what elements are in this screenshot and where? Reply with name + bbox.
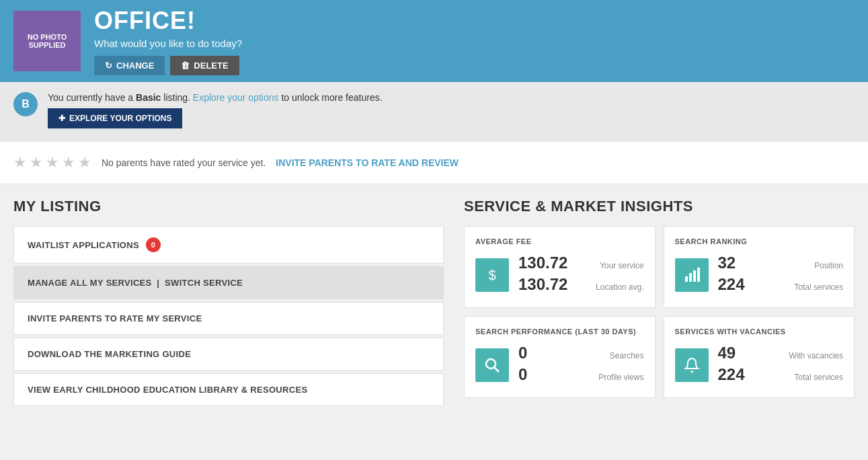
avg-fee-your: 130.72 [518,254,567,272]
search-ranking-values: 32 Position 224 Total services [718,254,844,297]
perf-views-label: Profile views [598,373,643,382]
ranking-total-label: Total services [794,282,843,292]
search-perf-title: SEARCH PERFORMANCE (LAST 30 DAYS) [475,328,644,336]
insights-grid: AVERAGE FEE $ 130.72 Your service 130.72… [464,226,855,398]
card-search-ranking: SEARCH RANKING 32 Position 224 Total ser… [664,226,855,308]
avg-fee-row-1: 130.72 Your service [518,254,644,272]
star-4: ★ [62,154,75,171]
ranking-row-1: 32 Position [718,254,844,272]
menu-item-waitlist[interactable]: WAITLIST APPLICATIONS 0 [13,226,444,264]
vacancies-row-2: 224 Total services [718,365,844,384]
menu-item-library[interactable]: VIEW EARLY CHILDHOOD EDUCATION LIBRARY &… [13,373,444,406]
no-photo-placeholder: NO PHOTOSUPPLIED [13,11,81,71]
search-perf-values: 0 Searches 0 Profile views [518,344,644,387]
vacancies-title: SERVICES WITH VACANCIES [675,328,844,336]
search-ranking-title: SEARCH RANKING [675,237,844,245]
avg-fee-title: AVERAGE FEE [475,237,644,245]
vacancies-with-label: With vacancies [789,351,843,360]
perf-views: 0 [518,365,527,384]
card-average-fee: AVERAGE FEE $ 130.72 Your service 130.72… [464,226,656,308]
my-listing-title: MY LISTING [13,198,444,215]
change-button[interactable]: ↻ CHANGE [94,56,165,75]
avg-fee-body: $ 130.72 Your service 130.72 Location av… [475,254,644,297]
main-content: MY LISTING WAITLIST APPLICATIONS 0 MANAG… [0,184,868,422]
dollar-icon: $ [475,258,509,292]
listing-banner: B You currently have a Basic listing. Ex… [0,82,868,142]
vacancies-total: 224 [718,365,745,384]
svg-rect-1 [689,273,692,282]
ranking-position-label: Position [814,261,843,270]
card-vacancies: SERVICES WITH VACANCIES 49 With vacancie… [664,316,855,398]
no-ratings-text: No parents have rated your service yet. [102,157,266,168]
waitlist-badge: 0 [146,237,161,252]
star-5: ★ [78,154,91,171]
perf-row-2: 0 Profile views [518,365,644,384]
marketing-label: DOWNLOAD THE MARKETING GUIDE [28,349,191,359]
star-rating: ★ ★ ★ ★ ★ [13,154,91,171]
invite-parents-link[interactable]: INVITE PARENTS TO RATE AND REVIEW [276,157,459,168]
vacancies-values: 49 With vacancies 224 Total services [718,344,844,387]
star-3: ★ [46,154,59,171]
svg-line-5 [494,367,499,372]
ratings-row: ★ ★ ★ ★ ★ No parents have rated your ser… [0,142,868,184]
menu-item-manage[interactable]: MANAGE ALL MY SERVICES | SWITCH SERVICE [13,266,444,299]
search-perf-body: 0 Searches 0 Profile views [475,344,644,387]
trash-icon: 🗑 [181,61,190,71]
invite-label: INVITE PARENTS TO RATE MY SERVICE [28,313,202,323]
avg-fee-your-label: Your service [600,261,644,270]
card-search-performance: SEARCH PERFORMANCE (LAST 30 DAYS) 0 Sear… [464,316,656,398]
svg-rect-0 [685,276,688,282]
listing-badge: B [13,92,38,116]
manage-label: MANAGE ALL MY SERVICES | SWITCH SERVICE [28,278,243,288]
vacancies-body: 49 With vacancies 224 Total services [675,344,844,387]
bell-icon [675,348,709,382]
svg-rect-3 [697,268,700,282]
avg-fee-location: 130.72 [518,275,567,294]
ranking-total: 224 [718,275,745,294]
svg-point-4 [486,359,496,369]
chart-icon [675,258,709,292]
my-listing-section: MY LISTING WAITLIST APPLICATIONS 0 MANAG… [13,198,444,409]
page-title: OFFICE! [94,7,855,35]
perf-searches-label: Searches [610,351,644,360]
star-1: ★ [13,154,27,171]
ranking-row-2: 224 Total services [718,275,844,294]
search-ranking-body: 32 Position 224 Total services [675,254,844,297]
refresh-icon: ↻ [105,61,112,71]
header-subtitle: What would you like to do today? [94,38,855,49]
avg-fee-location-label: Location avg. [596,282,643,292]
library-label: VIEW EARLY CHILDHOOD EDUCATION LIBRARY &… [28,385,307,395]
vacancies-row-1: 49 With vacancies [718,344,844,362]
listing-text: You currently have a Basic listing. Expl… [48,92,855,103]
insights-section: SERVICE & MARKET INSIGHTS AVERAGE FEE $ … [464,198,855,409]
waitlist-label: WAITLIST APPLICATIONS [28,240,139,250]
menu-item-invite[interactable]: INVITE PARENTS TO RATE MY SERVICE [13,302,444,335]
header-buttons: ↻ CHANGE 🗑 DELETE [94,56,855,75]
delete-button[interactable]: 🗑 DELETE [170,56,239,75]
plus-icon: ✚ [58,114,65,123]
search-icon [475,348,509,382]
avg-fee-row-2: 130.72 Location avg. [518,275,644,294]
avg-fee-values: 130.72 Your service 130.72 Location avg. [518,254,644,297]
header-title-section: OFFICE! What would you like to do today?… [94,7,855,75]
perf-searches: 0 [518,344,527,362]
vacancies-total-label: Total services [794,373,843,382]
star-2: ★ [30,154,43,171]
insights-title: SERVICE & MARKET INSIGHTS [464,198,855,215]
explore-options-link[interactable]: Explore your options [193,92,279,103]
header: NO PHOTOSUPPLIED OFFICE! What would you … [0,0,868,82]
menu-item-marketing[interactable]: DOWNLOAD THE MARKETING GUIDE [13,338,444,371]
explore-options-button[interactable]: ✚ EXPLORE YOUR OPTIONS [48,108,182,128]
ranking-position: 32 [718,254,736,272]
vacancies-with: 49 [718,344,736,362]
svg-rect-2 [693,270,696,282]
perf-row-1: 0 Searches [518,344,644,362]
